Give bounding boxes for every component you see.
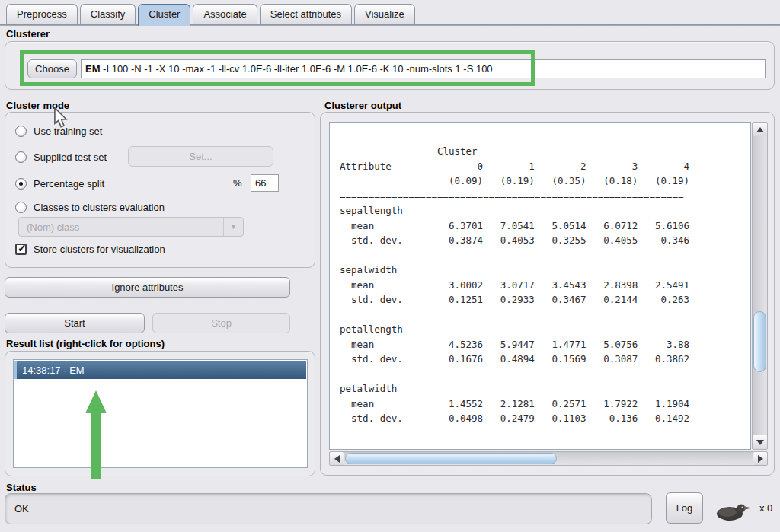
radio-supplied-test-set[interactable]: Supplied test set	[15, 150, 107, 164]
checkbox-label: Store clusters for visualization	[34, 244, 165, 255]
radio-icon	[15, 151, 27, 163]
mouse-cursor	[53, 107, 69, 129]
scroll-right-button[interactable]	[753, 452, 767, 465]
ignore-attributes-button[interactable]: Ignore attributes	[5, 277, 290, 298]
class-attribute-combobox[interactable]: (Nom) class ▼	[18, 217, 244, 237]
annotation-highlight-box	[20, 50, 535, 86]
weka-bird-icon	[712, 499, 754, 524]
horizontal-scrollbar-thumb[interactable]	[345, 453, 557, 464]
weka-run-counter: x 0	[759, 502, 772, 514]
scroll-up-button[interactable]	[753, 123, 767, 136]
status-section-label: Status	[6, 482, 37, 493]
tab-visualize[interactable]: Visualize	[354, 4, 415, 24]
arrow-down-icon	[756, 440, 764, 445]
radio-label: Percentage split	[34, 178, 104, 190]
weka-explorer-window: Preprocess Classify Cluster Associate Se…	[0, 0, 780, 532]
set-test-set-button[interactable]: Set...	[128, 146, 273, 167]
scroll-left-button[interactable]	[330, 452, 344, 465]
result-list-item[interactable]: 14:38:17 - EM	[14, 361, 306, 379]
radio-icon-selected	[15, 178, 27, 190]
arrow-right-icon	[758, 455, 763, 463]
output-vertical-scrollbar[interactable]	[752, 122, 768, 450]
main-tabbar: Preprocess Classify Cluster Associate Se…	[6, 4, 415, 26]
scroll-down-button[interactable]	[753, 435, 767, 449]
clusterer-output-textarea[interactable]: Cluster Attribute 0 1 2 3 4 (0.09) (0.19…	[329, 122, 751, 450]
tab-cluster[interactable]: Cluster	[138, 4, 190, 26]
result-listbox[interactable]: 14:38:17 - EM	[13, 359, 308, 468]
radio-icon	[15, 126, 27, 137]
log-button[interactable]: Log	[666, 492, 703, 524]
combobox-value: (Nom) class	[19, 221, 223, 233]
percent-sign-label: %	[233, 177, 242, 189]
stop-button[interactable]: Stop	[152, 313, 290, 333]
radio-icon	[15, 202, 27, 213]
radio-classes-to-clusters[interactable]: Classes to clusters evaluation	[15, 200, 165, 214]
tab-classify[interactable]: Classify	[80, 4, 136, 24]
checkbox-checked-icon	[15, 244, 27, 255]
tab-associate[interactable]: Associate	[193, 4, 257, 24]
radio-label: Classes to clusters evaluation	[34, 202, 165, 213]
arrow-left-icon	[334, 455, 340, 463]
status-value: OK	[5, 503, 29, 514]
clusterer-output-text: Cluster Attribute 0 1 2 3 4 (0.09) (0.19…	[330, 123, 750, 426]
tab-select-attributes[interactable]: Select attributes	[260, 4, 352, 24]
percentage-split-field[interactable]: 66	[251, 174, 279, 192]
tab-preprocess[interactable]: Preprocess	[6, 4, 78, 24]
output-horizontal-scrollbar[interactable]	[329, 451, 768, 466]
store-clusters-checkbox-row[interactable]: Store clusters for visualization	[15, 242, 165, 256]
status-panel: OK	[5, 493, 652, 524]
start-button[interactable]: Start	[5, 313, 145, 333]
clusterer-output-section-label: Clusterer output	[324, 100, 401, 111]
clusterer-section-label: Clusterer	[6, 28, 50, 40]
arrow-up-icon	[756, 127, 764, 132]
result-list-section-label: Result list (right-click for options)	[6, 338, 165, 349]
radio-label: Supplied test set	[34, 151, 107, 163]
vertical-scrollbar-thumb[interactable]	[753, 311, 766, 372]
annotation-arrow	[81, 390, 111, 479]
radio-percentage-split[interactable]: Percentage split	[15, 177, 104, 190]
chevron-down-icon: ▼	[223, 218, 243, 236]
